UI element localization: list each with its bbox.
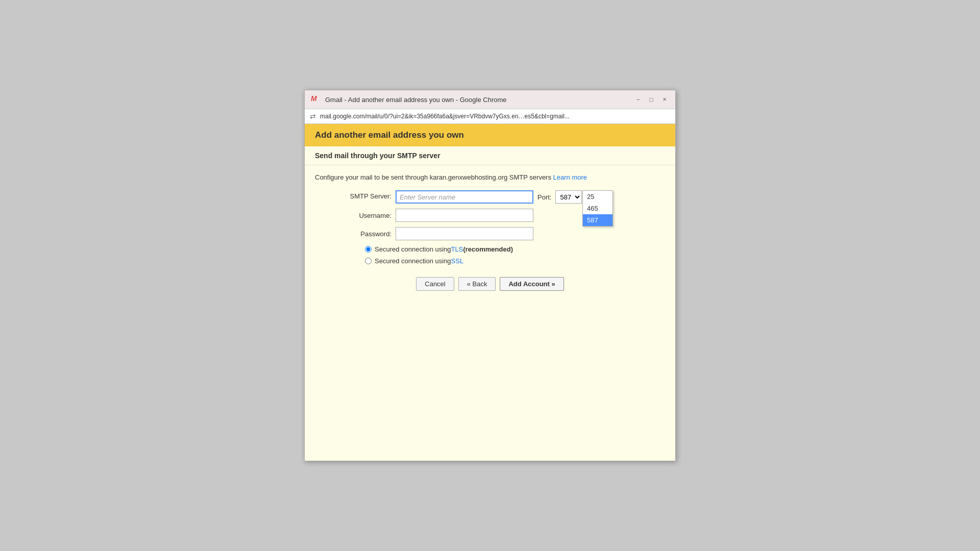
page-subtitle: Send mail through your SMTP server [315,152,665,160]
browser-window: M Gmail - Add another email address you … [304,90,676,461]
page-subheader: Send mail through your SMTP server [305,146,675,165]
port-option-25[interactable]: 25 [583,191,612,203]
page-title: Add another email address you own [315,130,665,140]
address-bar: ⇄ mail.google.com/mail/u/0/?ui=2&ik=35a9… [305,109,675,124]
tls-label-text: Secured connection using [375,245,451,253]
smtp-server-label: SMTP Server: [346,190,391,200]
port-option-587[interactable]: 587 [583,214,612,226]
username-row: Username: [346,209,665,222]
page-body: Configure your mail to be sent through k… [305,165,675,299]
maximize-button[interactable]: □ [647,95,656,104]
back-button[interactable]: « Back [458,277,496,291]
learn-more-link[interactable]: Learn more [553,173,587,181]
button-row: Cancel « Back Add Account » [315,277,665,291]
tls-radio[interactable] [365,246,372,253]
cancel-button[interactable]: Cancel [416,277,454,291]
ssl-radio[interactable] [365,258,372,264]
page-content: Add another email address you own Send m… [305,124,675,461]
tls-link[interactable]: TLS [451,245,463,253]
password-input[interactable] [396,227,533,240]
ssl-label-text: Secured connection using [375,257,451,265]
window-controls: − □ × [633,95,669,104]
username-label: Username: [346,212,391,219]
tls-radio-row: Secured connection using TLS (recommende… [365,245,665,253]
browser-title: Gmail - Add another email address you ow… [325,96,507,104]
tab-icon: ⇄ [310,112,316,120]
port-select[interactable]: 587 [555,190,582,204]
port-dropdown: 25 465 587 [582,190,613,227]
tls-suffix: (recommended) [463,245,513,253]
port-option-465[interactable]: 465 [583,203,612,214]
add-account-button[interactable]: Add Account » [500,277,564,291]
smtp-form: SMTP Server: Port: 587 25 465 587 [346,190,665,240]
smtp-server-input[interactable] [396,190,533,204]
gmail-icon: M [311,94,321,105]
port-label: Port: [537,193,551,201]
minimize-button[interactable]: − [633,95,643,104]
ssl-radio-row: Secured connection using SSL [365,257,665,265]
title-bar-left: M Gmail - Add another email address you … [311,94,507,105]
url-text[interactable]: mail.google.com/mail/u/0/?ui=2&ik=35a966… [320,113,670,120]
smtp-server-row: SMTP Server: Port: 587 25 465 587 [346,190,665,204]
ssl-link[interactable]: SSL [451,257,464,265]
username-input[interactable] [396,209,533,222]
description-text: Configure your mail to be sent through k… [315,173,665,181]
close-button[interactable]: × [660,95,669,104]
password-row: Password: [346,227,665,240]
smtp-inputs: Port: 587 25 465 587 [396,190,582,204]
radio-group: Secured connection using TLS (recommende… [365,245,665,265]
title-bar: M Gmail - Add another email address you … [305,90,675,109]
page-header: Add another email address you own [305,124,675,146]
password-label: Password: [346,230,391,238]
